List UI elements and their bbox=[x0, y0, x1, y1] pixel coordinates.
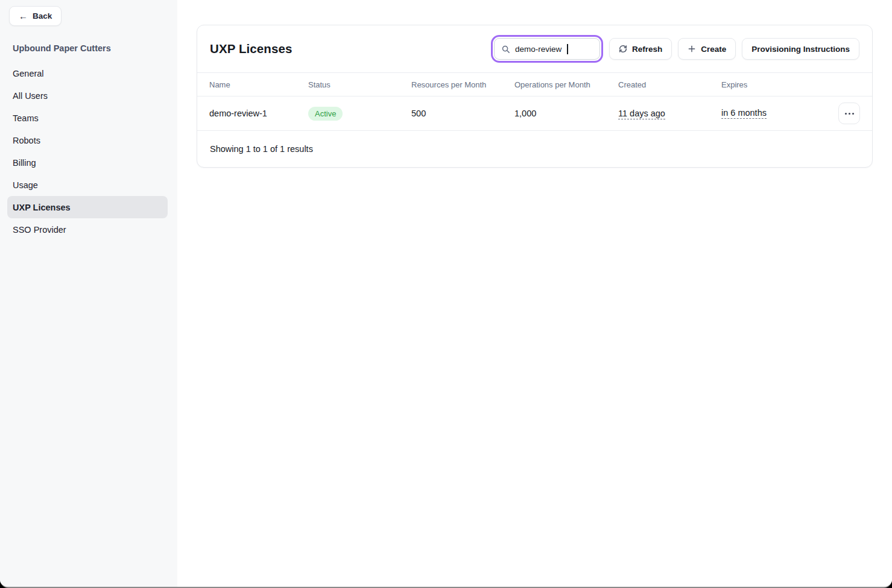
refresh-button-label: Refresh bbox=[632, 45, 662, 54]
created-relative-time: 11 days ago bbox=[618, 109, 665, 119]
expires-cell: in 6 months bbox=[721, 103, 860, 124]
sidebar-item-label: UXP Licenses bbox=[13, 203, 71, 212]
search-value: demo-review bbox=[515, 45, 561, 54]
header-actions: demo-review Refresh bbox=[494, 38, 859, 60]
card-header: UXP Licenses demo-review bbox=[197, 25, 872, 72]
page-title: UXP Licenses bbox=[210, 42, 292, 56]
column-header-name: Name bbox=[209, 80, 308, 89]
arrow-left-icon: ← bbox=[19, 11, 28, 21]
back-button-label: Back bbox=[33, 11, 52, 21]
column-header-status: Status bbox=[308, 80, 411, 89]
column-header-resources: Resources per Month bbox=[411, 80, 514, 89]
main-content: UXP Licenses demo-review bbox=[177, 0, 892, 587]
back-button[interactable]: ← Back bbox=[9, 6, 62, 26]
org-name: Upbound Paper Cutters bbox=[13, 43, 177, 53]
sidebar-item-label: All Users bbox=[13, 91, 48, 101]
sidebar-item-all-users[interactable]: All Users bbox=[7, 84, 168, 107]
create-button-label: Create bbox=[701, 45, 726, 54]
provisioning-instructions-label: Provisioning Instructions bbox=[751, 45, 850, 54]
sidebar-item-label: Robots bbox=[13, 136, 40, 145]
sidebar-item-label: General bbox=[13, 69, 44, 78]
settings-sidebar: ← Back Upbound Paper Cutters General All… bbox=[0, 0, 177, 587]
search-icon bbox=[501, 45, 510, 54]
refresh-icon bbox=[619, 45, 627, 53]
provisioning-instructions-button[interactable]: Provisioning Instructions bbox=[742, 38, 859, 60]
resources-per-month-value: 500 bbox=[411, 109, 514, 118]
sidebar-item-label: SSO Provider bbox=[13, 225, 66, 235]
refresh-button[interactable]: Refresh bbox=[609, 38, 672, 60]
row-actions-button[interactable] bbox=[838, 103, 860, 124]
text-caret bbox=[567, 44, 568, 54]
plus-icon bbox=[688, 45, 696, 53]
sidebar-item-general[interactable]: General bbox=[7, 62, 168, 84]
column-header-expires: Expires bbox=[721, 80, 860, 89]
sidebar-item-usage[interactable]: Usage bbox=[7, 174, 168, 196]
uxp-licenses-card: UXP Licenses demo-review bbox=[197, 25, 873, 168]
operations-per-month-value: 1,000 bbox=[514, 109, 618, 118]
sidebar-nav: General All Users Teams Robots Billing U… bbox=[0, 62, 177, 241]
sidebar-item-label: Teams bbox=[13, 113, 39, 123]
ellipsis-icon bbox=[845, 113, 847, 115]
created-cell: 11 days ago bbox=[618, 109, 721, 118]
column-header-created: Created bbox=[618, 80, 721, 89]
table-results-summary: Showing 1 to 1 of 1 results bbox=[197, 131, 872, 167]
status-badge: Active bbox=[308, 107, 343, 121]
app-window: ← Back Upbound Paper Cutters General All… bbox=[0, 0, 892, 588]
column-header-operations: Operations per Month bbox=[514, 80, 618, 89]
create-button[interactable]: Create bbox=[678, 38, 736, 60]
sidebar-item-sso-provider[interactable]: SSO Provider bbox=[7, 218, 168, 241]
table-header-row: Name Status Resources per Month Operatio… bbox=[197, 72, 872, 96]
status-cell: Active bbox=[308, 107, 411, 121]
license-name: demo-review-1 bbox=[209, 109, 308, 118]
table-row: demo-review-1 Active 500 1,000 11 days a… bbox=[197, 96, 872, 131]
expires-relative-time: in 6 months bbox=[721, 108, 767, 119]
sidebar-item-label: Usage bbox=[13, 180, 38, 190]
sidebar-item-uxp-licenses[interactable]: UXP Licenses bbox=[7, 196, 168, 218]
sidebar-item-label: Billing bbox=[13, 158, 36, 168]
sidebar-item-robots[interactable]: Robots bbox=[7, 129, 168, 151]
sidebar-item-teams[interactable]: Teams bbox=[7, 107, 168, 129]
sidebar-item-billing[interactable]: Billing bbox=[7, 151, 168, 174]
search-input[interactable]: demo-review bbox=[494, 38, 600, 60]
